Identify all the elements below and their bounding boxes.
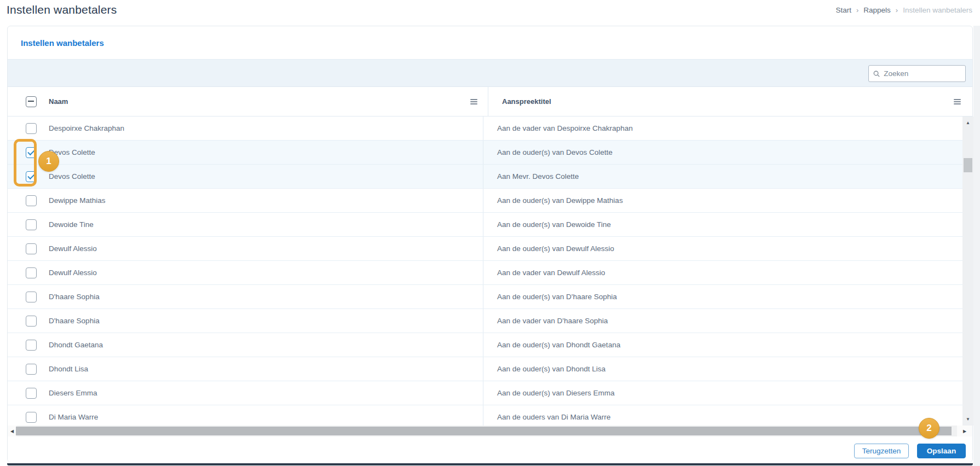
row-checkbox[interactable] [26, 412, 37, 423]
save-button[interactable]: Opslaan [917, 444, 966, 458]
row-title: Aan de ouder(s) van Dewoide Tine [483, 213, 972, 236]
table-row[interactable]: Dhondt Lisa Aan de ouder(s) van Dhondt L… [8, 357, 972, 381]
annotation-step-2-badge: 2 [919, 418, 939, 439]
table-toolbar [8, 59, 972, 87]
row-name: Dhondt Lisa [49, 365, 483, 373]
row-name: Dewippe Mathias [49, 196, 483, 205]
row-title: Aan de ouder(s) van Diesers Emma [483, 381, 972, 405]
table-row[interactable]: Dewulf Alessio Aan de ouder(s) van Dewul… [8, 237, 972, 261]
table-row[interactable]: Dewoide Tine Aan de ouder(s) van Dewoide… [8, 213, 972, 237]
column-menu-icon[interactable] [954, 99, 961, 104]
row-title: Aan de ouder(s) van Dewulf Alessio [483, 237, 972, 260]
chevron-right-icon: › [896, 6, 898, 14]
table-header-row: Naam Aanspreektitel [8, 87, 972, 116]
row-title: Aan de ouder(s) van Dhondt Gaetana [483, 333, 972, 357]
annotation-step-1-badge: 1 [38, 151, 59, 172]
row-title: Aan de ouder(s) van Dhondt Lisa [483, 357, 972, 381]
scroll-down-icon[interactable]: ▼ [962, 417, 973, 422]
row-title: Aan de vader van Despoirxe Chakraphan [483, 116, 972, 140]
row-checkbox[interactable] [26, 292, 37, 302]
card-heading-link[interactable]: Instellen wanbetalers [21, 38, 104, 48]
horizontal-scrollbar-thumb[interactable] [16, 427, 952, 435]
row-name: D'haare Sophia [49, 317, 483, 325]
table-row[interactable]: D'haare Sophia Aan de ouder(s) van D'haa… [8, 285, 972, 309]
column-header-naam[interactable]: Naam [49, 97, 68, 106]
breadcrumb-current: Instellen wanbetalers [903, 6, 972, 14]
row-checkbox[interactable] [26, 364, 37, 375]
instellen-wanbetalers-card: Instellen wanbetalers Naam Aanspreektite… [7, 26, 973, 462]
card-bottom-edge [7, 463, 973, 465]
table-row[interactable]: Diesers Emma Aan de ouder(s) van Diesers… [8, 381, 972, 405]
chevron-right-icon: › [856, 6, 858, 14]
row-title: Aan de ouder(s) van Devos Colette [483, 141, 972, 164]
row-title: Aan de vader van Dewulf Alessio [483, 261, 972, 284]
reset-button[interactable]: Terugzetten [854, 444, 909, 458]
row-name: Dewulf Alessio [49, 244, 483, 253]
row-name: Despoirxe Chakraphan [49, 124, 483, 132]
row-checkbox[interactable] [26, 267, 37, 278]
row-title: Aan de vader van D'haare Sophia [483, 309, 972, 333]
search-box[interactable] [868, 65, 966, 82]
row-name: Dewulf Alessio [49, 269, 483, 277]
row-name: Di Maria Warre [49, 413, 483, 421]
horizontal-scrollbar[interactable]: ◀ ▶ [8, 426, 972, 436]
breadcrumb: Start › Rappels › Instellen wanbetalers [835, 6, 972, 14]
row-checkbox[interactable] [26, 388, 37, 399]
table-row[interactable]: Dhondt Gaetana Aan de ouder(s) van Dhond… [8, 333, 972, 357]
vertical-scrollbar-thumb[interactable] [964, 158, 972, 172]
row-name: D'haare Sophia [49, 293, 483, 301]
column-header-aanspreektitel[interactable]: Aanspreektitel [488, 87, 972, 116]
row-title: Aan de ouder(s) van D'haare Sophia [483, 285, 972, 308]
row-name: Devos Colette [49, 172, 483, 180]
scroll-left-icon[interactable]: ◀ [8, 426, 16, 436]
row-checkbox[interactable] [26, 123, 37, 134]
row-checkbox[interactable] [26, 340, 37, 351]
table-row[interactable]: Despoirxe Chakraphan Aan de vader van De… [8, 116, 972, 141]
row-name: Diesers Emma [49, 389, 483, 397]
table-row[interactable]: Dewippe Mathias Aan de ouder(s) van Dewi… [8, 189, 972, 213]
column-menu-icon[interactable] [470, 99, 477, 104]
search-icon [873, 70, 880, 78]
card-footer: Terugzetten Opslaan [8, 436, 972, 462]
page-title: Instellen wanbetalers [7, 3, 117, 16]
row-checkbox[interactable] [26, 195, 37, 206]
table-row[interactable]: Dewulf Alessio Aan de vader van Dewulf A… [8, 261, 972, 285]
row-checkbox[interactable] [26, 147, 37, 158]
row-checkbox[interactable] [26, 243, 37, 254]
row-checkbox[interactable] [26, 171, 37, 182]
scroll-up-icon[interactable]: ▲ [962, 120, 973, 125]
breadcrumb-start[interactable]: Start [835, 6, 851, 14]
search-input[interactable] [884, 69, 961, 78]
row-name: Devos Colette [49, 148, 483, 156]
row-name: Dhondt Gaetana [49, 341, 483, 349]
card-heading: Instellen wanbetalers [8, 26, 972, 59]
scroll-right-icon[interactable]: ▶ [957, 426, 972, 436]
table-row[interactable]: D'haare Sophia Aan de vader van D'haare … [8, 309, 972, 333]
breadcrumb-rappels[interactable]: Rappels [863, 6, 891, 14]
row-checkbox[interactable] [26, 316, 37, 327]
table-row[interactable]: Di Maria Warre Aan de ouders van Di Mari… [8, 405, 972, 426]
select-all-checkbox[interactable] [26, 96, 37, 107]
page-background-strip [973, 26, 980, 466]
row-name: Dewoide Tine [49, 220, 483, 229]
row-title: Aan Mevr. Devos Colette [483, 165, 972, 188]
row-checkbox[interactable] [26, 219, 37, 230]
table-row[interactable]: Devos Colette Aan de ouder(s) van Devos … [8, 141, 972, 165]
table-row[interactable]: Devos Colette Aan Mevr. Devos Colette [8, 165, 972, 189]
table-body: Despoirxe Chakraphan Aan de vader van De… [8, 116, 972, 426]
vertical-scrollbar[interactable]: ▲ ▼ [962, 116, 973, 426]
row-title: Aan de ouders van Di Maria Warre [483, 405, 972, 426]
row-title: Aan de ouder(s) van Dewippe Mathias [483, 189, 972, 212]
